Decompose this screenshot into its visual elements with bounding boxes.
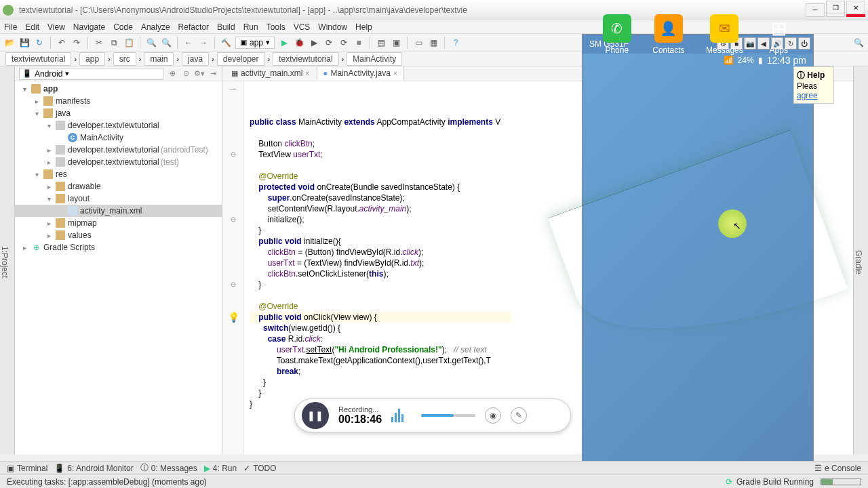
menu-code[interactable]: Code	[113, 22, 133, 32]
undo-icon[interactable]: ↶	[56, 37, 67, 48]
save-icon[interactable]: 💾	[19, 37, 30, 48]
menu-window[interactable]: Window	[318, 22, 347, 32]
menu-file[interactable]: File	[4, 22, 17, 32]
tree-manifests[interactable]: ▸manifests	[15, 95, 222, 107]
tab-event-console[interactable]: ☰ e Console	[814, 464, 861, 473]
tab-run[interactable]: ▶ 4: Run	[204, 464, 237, 473]
back-icon[interactable]: ←	[183, 37, 194, 48]
breadcrumb-seg[interactable]: MainActivity	[347, 52, 402, 66]
editor-gutter: — ⊖ ⊖ ⊖ 💡	[222, 81, 244, 454]
breadcrumb-seg[interactable]: developer	[217, 52, 265, 66]
tab-layout-xml[interactable]: ▦ activity_main.xml ×	[225, 66, 315, 81]
menu-tools[interactable]: Tools	[267, 22, 285, 32]
run-config-dropdown[interactable]: ▣ app ▾	[235, 37, 275, 49]
menu-navigate[interactable]: Navigate	[73, 22, 105, 32]
tree-layout-file[interactable]: activity_main.xml	[15, 205, 222, 217]
collapse-icon[interactable]: ⊕	[167, 69, 177, 79]
breadcrumb-seg[interactable]: textviewtutorial	[273, 52, 338, 66]
menu-run[interactable]: Run	[243, 22, 258, 32]
menu-help[interactable]: Help	[355, 22, 372, 32]
paste-icon[interactable]: 📋	[123, 37, 134, 48]
tree-class[interactable]: CMainActivity	[15, 131, 222, 144]
project-tool-tab[interactable]: 1:Project	[0, 246, 9, 278]
app-icon	[3, 5, 14, 16]
debug-icon[interactable]: 🐞	[294, 37, 304, 48]
tab-android-monitor[interactable]: 📱 6: Android Monitor	[54, 464, 133, 473]
separator	[214, 37, 215, 49]
tree-gradle[interactable]: ▸⊕Gradle Scripts	[15, 241, 222, 253]
tree-package[interactable]: ▾developer.textviewtutorial	[15, 119, 222, 131]
attach-debugger-icon[interactable]: ⟳	[338, 37, 349, 48]
intention-bulb-icon[interactable]: 💡	[228, 312, 239, 323]
webcam-button[interactable]: ◉	[485, 407, 501, 424]
tree-package-test[interactable]: ▸developer.textviewtutorial(test)	[15, 156, 222, 168]
host-close[interactable]: ✕	[846, 1, 865, 14]
screenshot-icon[interactable]: ▭	[413, 37, 424, 48]
copy-icon[interactable]: ⧉	[108, 37, 119, 48]
breadcrumb-seg[interactable]: textviewtutorial	[5, 52, 71, 66]
attach-icon[interactable]: ⟳	[323, 37, 334, 48]
dock-contacts[interactable]: 👤Contacts	[652, 14, 684, 55]
host-restore[interactable]: ❐	[826, 1, 845, 14]
code-body[interactable]: public class MainActivity extends AppCom…	[244, 81, 506, 454]
scope-label: Android	[35, 69, 62, 79]
project-tree[interactable]: ▾app ▸manifests ▾java ▾developer.textvie…	[15, 81, 222, 454]
dock-phone[interactable]: ✆Phone	[603, 14, 631, 55]
tree-package-androidtest[interactable]: ▸developer.textviewtutorial(androidTest)	[15, 144, 222, 156]
settings-icon[interactable]: ⚙▾	[195, 69, 204, 79]
breadcrumb-seg[interactable]: main	[144, 52, 174, 66]
menu-edit[interactable]: Edit	[25, 22, 39, 32]
menu-refactor[interactable]: Refactor	[178, 22, 209, 32]
help-icon[interactable]: ?	[450, 37, 461, 48]
close-tab-icon[interactable]: ×	[393, 70, 397, 77]
tab-main-activity[interactable]: ● MainActivity.java ×	[317, 66, 403, 81]
tab-label: MainActivity.java	[330, 68, 390, 78]
build-icon[interactable]: 🔨	[220, 37, 231, 48]
help-link-agree[interactable]: agree	[797, 91, 818, 100]
annotate-button[interactable]: ✎	[511, 407, 527, 424]
run-icon[interactable]: ▶	[279, 37, 290, 48]
sdk-icon[interactable]: ▣	[391, 37, 401, 48]
layout-inspector-icon[interactable]: ▦	[428, 37, 439, 48]
find-icon[interactable]: 🔍	[146, 37, 157, 48]
forward-icon[interactable]: →	[198, 37, 209, 48]
stop-icon[interactable]: ■	[353, 37, 364, 48]
profile-icon[interactable]: ▶	[309, 37, 319, 48]
dock-messages[interactable]: ✉Messages	[706, 14, 743, 55]
gradle-tool-tab[interactable]: Gradle	[854, 250, 863, 274]
volume-slider[interactable]	[421, 414, 475, 417]
breadcrumb-seg[interactable]: java	[182, 52, 209, 66]
replace-icon[interactable]: 🔍	[161, 37, 172, 48]
hide-icon[interactable]: ⇥	[208, 69, 218, 79]
tree-res[interactable]: ▾res	[15, 168, 222, 180]
dock-label: Apps	[770, 45, 788, 55]
cut-icon[interactable]: ✂	[94, 37, 104, 48]
redo-icon[interactable]: ↷	[71, 37, 82, 48]
tree-layout[interactable]: ▾layout	[15, 192, 222, 205]
window-title: textviewtutorial - [C:\Users\Anonymous\A…	[19, 5, 804, 15]
tree-mipmap[interactable]: ▸mipmap	[15, 217, 222, 229]
menu-vcs[interactable]: VCS	[294, 22, 311, 32]
tab-messages[interactable]: ⓘ 0: Messages	[140, 462, 197, 474]
tree-java[interactable]: ▾java	[15, 107, 222, 119]
battery-icon: ▮	[758, 56, 763, 65]
open-icon[interactable]: 📂	[4, 37, 15, 48]
status-task: Executing tasks: [:app:assembleDebug] (m…	[7, 477, 207, 487]
tab-terminal[interactable]: ▣ Terminal	[7, 464, 47, 473]
avd-icon[interactable]: ▤	[376, 37, 387, 48]
menu-build[interactable]: Build	[217, 22, 235, 32]
tab-todo[interactable]: ✓ TODO	[243, 464, 276, 473]
search-everywhere-icon[interactable]: 🔍	[853, 37, 864, 48]
tree-drawable[interactable]: ▸drawable	[15, 180, 222, 192]
tree-app[interactable]: ▾app	[15, 83, 222, 95]
dock-apps[interactable]: ⊞Apps	[764, 14, 793, 55]
sync-icon[interactable]: ↻	[34, 37, 45, 48]
target-icon[interactable]: ⊙	[181, 69, 191, 79]
scope-dropdown[interactable]: 📱 Android ▾	[19, 68, 163, 80]
breadcrumb-seg[interactable]: app	[79, 52, 105, 66]
menu-view[interactable]: View	[47, 22, 65, 32]
close-tab-icon[interactable]: ×	[305, 70, 309, 77]
tree-values[interactable]: ▸values	[15, 229, 222, 241]
breadcrumb-seg[interactable]: src	[113, 52, 136, 66]
menu-analyze[interactable]: Analyze	[141, 22, 170, 32]
